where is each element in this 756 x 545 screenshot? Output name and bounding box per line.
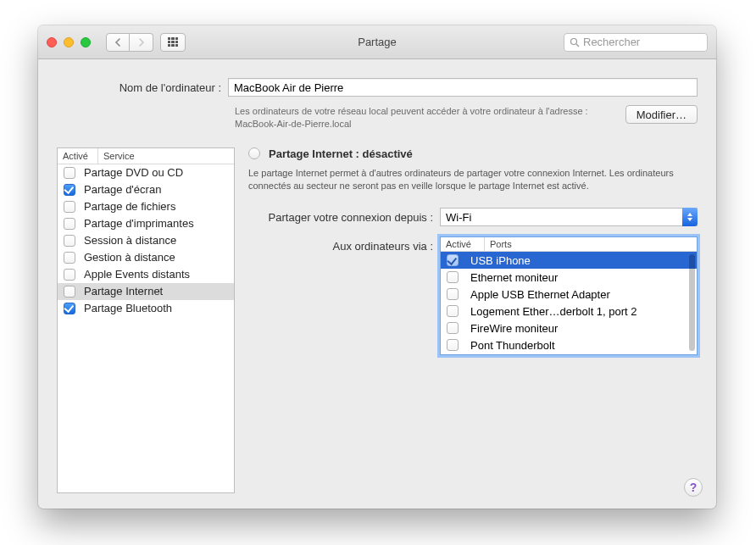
- port-checkbox[interactable]: [447, 254, 459, 266]
- port-row[interactable]: FireWire moniteur: [441, 320, 697, 336]
- sharing-preferences-window: Partage Rechercher Nom de l'ordinateur :…: [38, 25, 716, 509]
- zoom-icon[interactable]: [81, 37, 91, 47]
- nav-back-forward: [106, 33, 153, 52]
- computer-name-help: Les ordinateurs de votre réseau local pe…: [235, 105, 617, 131]
- service-row[interactable]: Apple Events distants: [58, 266, 234, 283]
- port-label: Logement Ether…derbolt 1, port 2: [470, 305, 637, 318]
- services-header-active: Activé: [58, 148, 98, 164]
- show-all-button[interactable]: [160, 33, 186, 52]
- ports-body: USB iPhoneEthernet moniteurApple USB Eth…: [441, 252, 697, 354]
- services-header: Activé Service: [58, 148, 234, 164]
- port-checkbox[interactable]: [447, 288, 459, 300]
- port-label: Apple USB Ethernet Adapter: [470, 288, 610, 301]
- service-checkbox[interactable]: [64, 286, 75, 298]
- share-from-label: Partager votre connexion depuis :: [248, 211, 440, 224]
- port-checkbox[interactable]: [447, 305, 459, 317]
- help-icon: ?: [690, 481, 698, 494]
- service-checkbox[interactable]: [64, 184, 75, 196]
- chevron-right-icon: [137, 38, 145, 47]
- service-label: Partage DVD ou CD: [84, 166, 183, 179]
- service-label: Partage Internet: [84, 285, 163, 298]
- ports-header: Activé Ports: [441, 237, 697, 252]
- modify-button[interactable]: Modifier…: [625, 105, 698, 124]
- share-from-dropdown[interactable]: Wi-Fi: [440, 208, 698, 226]
- port-label: FireWire moniteur: [470, 322, 558, 335]
- description: Le partage Internet permet à d'autres or…: [248, 167, 698, 193]
- main-area: Activé Service Partage DVD ou CDPartage …: [57, 147, 698, 493]
- service-row[interactable]: Partage DVD ou CD: [58, 164, 234, 181]
- port-label: Ethernet moniteur: [470, 271, 558, 284]
- search-icon: [570, 37, 580, 47]
- status-row: Partage Internet : désactivé: [248, 147, 698, 160]
- service-row[interactable]: Partage d'écran: [58, 181, 234, 198]
- service-checkbox[interactable]: [64, 252, 75, 264]
- service-row[interactable]: Gestion à distance: [58, 249, 234, 266]
- services-body: Partage DVD ou CDPartage d'écranPartage …: [58, 164, 234, 317]
- minimize-icon[interactable]: [64, 37, 74, 47]
- ports-row: Aux ordinateurs via : Activé Ports USB i…: [248, 236, 698, 355]
- close-icon[interactable]: [47, 37, 57, 47]
- service-checkbox[interactable]: [64, 167, 75, 179]
- service-row[interactable]: Partage de fichiers: [58, 198, 234, 215]
- service-label: Session à distance: [84, 234, 176, 247]
- window-controls: [47, 37, 91, 47]
- service-label: Partage de fichiers: [84, 200, 175, 213]
- port-row[interactable]: USB iPhone: [441, 252, 697, 269]
- status-radio[interactable]: [248, 147, 260, 159]
- ports-list: Activé Ports USB iPhoneEthernet moniteur…: [440, 236, 698, 355]
- port-row[interactable]: Ethernet moniteur: [441, 269, 697, 286]
- port-label: USB iPhone: [470, 254, 531, 267]
- service-label: Partage d'imprimantes: [84, 217, 194, 230]
- help-button[interactable]: ?: [684, 478, 703, 497]
- dropdown-arrows-icon: [682, 208, 698, 226]
- service-checkbox[interactable]: [64, 235, 75, 247]
- service-label: Apple Events distants: [84, 268, 190, 281]
- help-line-2: MacBook-Air-de-Pierre.local: [235, 119, 352, 129]
- service-row[interactable]: Partage Internet: [58, 283, 234, 300]
- grid-icon: [168, 37, 178, 47]
- svg-line-1: [576, 44, 579, 47]
- service-label: Partage Bluetooth: [84, 302, 172, 314]
- service-checkbox[interactable]: [64, 218, 75, 230]
- port-checkbox[interactable]: [447, 322, 459, 334]
- service-row[interactable]: Partage d'imprimantes: [58, 215, 234, 232]
- port-row[interactable]: Pont Thunderbolt: [441, 336, 697, 353]
- chevron-left-icon: [114, 38, 122, 47]
- back-button[interactable]: [106, 33, 130, 52]
- search-input[interactable]: Rechercher: [564, 33, 708, 52]
- port-checkbox[interactable]: [447, 271, 459, 283]
- ports-header-ports: Ports: [485, 237, 697, 251]
- to-computers-label: Aux ordinateurs via :: [248, 236, 440, 253]
- service-label: Partage d'écran: [84, 183, 161, 196]
- services-list: Activé Service Partage DVD ou CDPartage …: [57, 147, 235, 493]
- titlebar: Partage Rechercher: [38, 25, 716, 59]
- right-pane: Partage Internet : désactivé Le partage …: [248, 147, 698, 493]
- share-from-row: Partager votre connexion depuis : Wi-Fi: [248, 208, 698, 226]
- computer-name-input[interactable]: [228, 78, 698, 97]
- share-from-value: Wi-Fi: [446, 211, 471, 224]
- service-row[interactable]: Session à distance: [58, 232, 234, 249]
- computer-name-row: Nom de l'ordinateur :: [57, 78, 698, 97]
- scrollbar[interactable]: [689, 254, 695, 351]
- status-title: Partage Internet : désactivé: [269, 147, 413, 160]
- service-label: Gestion à distance: [84, 251, 175, 264]
- service-checkbox[interactable]: [64, 303, 75, 314]
- content: Nom de l'ordinateur : Les ordinateurs de…: [38, 59, 716, 509]
- service-checkbox[interactable]: [64, 269, 75, 281]
- computer-name-label: Nom de l'ordinateur :: [57, 81, 228, 94]
- computer-name-help-row: Les ordinateurs de votre réseau local pe…: [57, 105, 698, 131]
- service-row[interactable]: Partage Bluetooth: [58, 300, 234, 317]
- port-row[interactable]: Apple USB Ethernet Adapter: [441, 286, 697, 303]
- svg-point-0: [571, 38, 577, 44]
- services-header-service: Service: [98, 148, 234, 164]
- service-checkbox[interactable]: [64, 201, 75, 213]
- forward-button[interactable]: [130, 33, 153, 52]
- port-label: Pont Thunderbolt: [470, 339, 555, 352]
- search-placeholder: Rechercher: [583, 36, 640, 48]
- help-line-1: Les ordinateurs de votre réseau local pe…: [235, 106, 588, 116]
- port-checkbox[interactable]: [447, 339, 459, 351]
- ports-header-active: Activé: [441, 237, 485, 251]
- port-row[interactable]: Logement Ether…derbolt 1, port 2: [441, 303, 697, 320]
